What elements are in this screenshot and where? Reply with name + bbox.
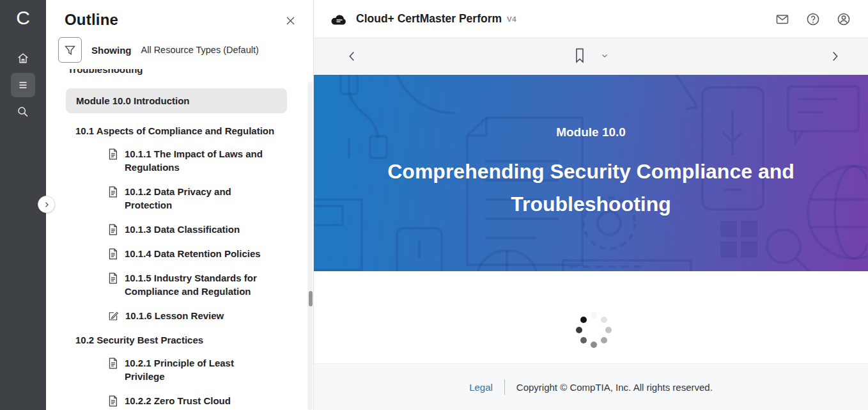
legal-link[interactable]: Legal <box>469 382 493 393</box>
outline-item-clipped[interactable]: Troubleshooting <box>66 69 313 77</box>
document-icon <box>107 272 118 285</box>
filter-value: All Resource Types (Default) <box>141 45 259 55</box>
expand-panel-button[interactable] <box>38 196 55 213</box>
outline-section[interactable]: 10.1 Aspects of Compliance and Regulatio… <box>66 125 313 136</box>
lesson-toolbar <box>314 38 868 75</box>
content-area <box>314 271 868 363</box>
home-button[interactable] <box>11 46 35 70</box>
main-header: Cloud+ CertMaster Perform V4 <box>314 0 868 38</box>
outline-scrollbar-thumb[interactable] <box>309 291 313 306</box>
outline-panel: Outline Showing All Resource Types (Defa… <box>46 0 314 410</box>
outline-item[interactable]: 10.2.1 Principle of Least Privilege <box>107 356 313 383</box>
account-icon[interactable] <box>836 12 851 27</box>
next-page-button[interactable] <box>828 49 842 63</box>
filter-row: Showing All Resource Types (Default) <box>46 33 313 69</box>
chevron-right-icon <box>43 201 50 209</box>
bookmark-icon[interactable] <box>573 47 586 64</box>
bookmark-controls <box>573 47 609 64</box>
search-icon <box>16 105 30 119</box>
filter-label: Showing <box>91 45 132 56</box>
header-actions <box>775 12 851 27</box>
rail-nav <box>0 46 46 124</box>
module-banner: Module 10.0 Comprehending Security Compl… <box>314 75 868 271</box>
footer-divider <box>504 379 505 395</box>
document-icon <box>107 248 118 260</box>
document-icon <box>107 185 118 198</box>
filter-button[interactable] <box>58 37 82 63</box>
menu-icon <box>16 78 30 92</box>
module-title: Comprehending Security Compliance and Tr… <box>368 155 815 221</box>
loading-spinner <box>575 311 613 349</box>
outline-item[interactable]: 10.1.1 The Impact of Laws and Regulation… <box>107 147 313 174</box>
document-icon <box>107 357 118 370</box>
outline-item[interactable]: 10.1.5 Industry Standards for Compliance… <box>107 271 313 298</box>
cloud-logo-icon <box>330 12 348 26</box>
outline-item[interactable]: 10.1.6 Lesson Review <box>107 309 313 322</box>
document-icon <box>107 148 118 161</box>
outline-scrollbar-track[interactable] <box>307 82 313 410</box>
chevron-down-icon[interactable] <box>600 51 609 60</box>
close-icon[interactable] <box>284 15 297 27</box>
app-window: C Outline <box>0 0 868 410</box>
copyright-text: Copyright © CompTIA, Inc. All rights res… <box>516 382 713 393</box>
comptia-logo[interactable]: C <box>0 0 46 36</box>
outline-header: Outline <box>46 0 313 33</box>
outline-item[interactable]: 10.1.2 Data Privacy and Protection <box>107 185 313 212</box>
outline-list: Troubleshooting Module 10.0 Introduction… <box>46 69 313 410</box>
main-area: Cloud+ CertMaster Perform V4 <box>314 0 868 410</box>
outline-item[interactable]: 10.1.4 Data Retention Policies <box>107 247 313 260</box>
outline-item[interactable]: 10.2.2 Zero Trust Cloud Security <box>107 394 313 410</box>
help-icon[interactable] <box>805 12 821 27</box>
previous-page-button[interactable] <box>345 49 359 63</box>
module-number: Module 10.0 <box>556 125 626 139</box>
document-icon <box>107 223 118 236</box>
outline-item-selected[interactable]: Module 10.0 Introduction <box>66 88 287 113</box>
page-footer: Legal Copyright © CompTIA, Inc. All righ… <box>314 363 868 410</box>
mail-icon[interactable] <box>775 12 790 27</box>
outline-section[interactable]: 10.2 Security Best Practices <box>66 335 313 345</box>
filter-funnel-icon <box>63 43 77 57</box>
edit-icon <box>107 310 119 322</box>
document-icon <box>107 395 118 407</box>
product-version: V4 <box>507 15 516 23</box>
outline-title: Outline <box>65 11 118 29</box>
product-title: Cloud+ CertMaster Perform <box>356 12 502 26</box>
course-menu-button[interactable] <box>11 73 35 97</box>
search-button[interactable] <box>11 100 35 124</box>
home-icon <box>16 51 30 65</box>
outline-item[interactable]: 10.1.3 Data Classification <box>107 223 313 236</box>
